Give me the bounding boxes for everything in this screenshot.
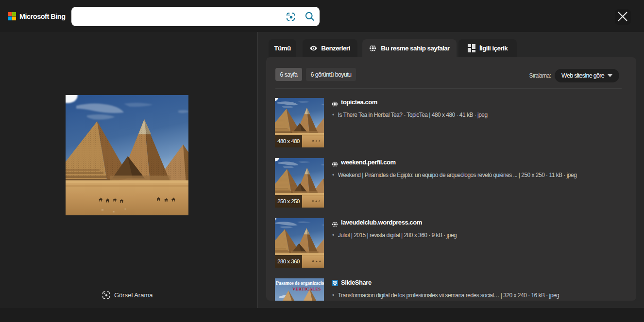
svg-text:Pasamos de organizacio: Pasamos de organizacio — [276, 280, 324, 286]
svg-text:VERTICALES: VERTICALES — [292, 287, 321, 291]
